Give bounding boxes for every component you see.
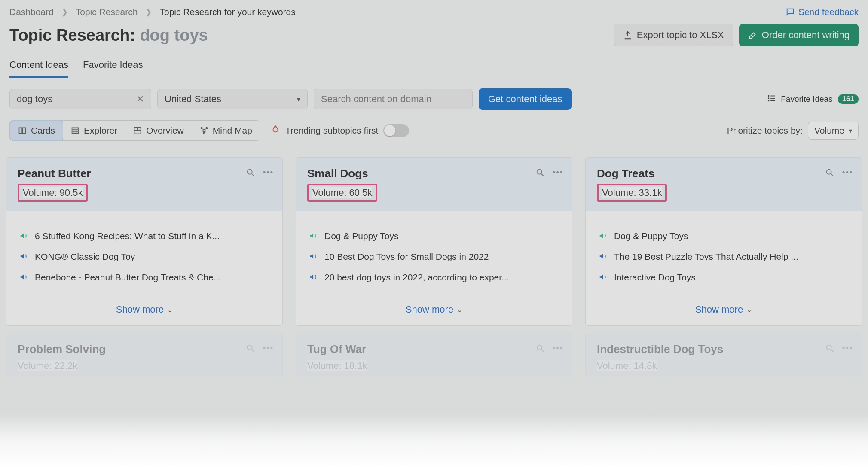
get-content-ideas-button[interactable]: Get content ideas (479, 88, 572, 110)
show-more-link[interactable]: Show more ⌄ (6, 301, 282, 325)
headline-item[interactable]: 6 Stuffed Kong Recipes: What to Stuff in… (19, 231, 271, 241)
chevron-right-icon: ❯ (61, 7, 68, 17)
trending-toggle-row: Trending subtopics first (271, 124, 409, 137)
clear-keyword-icon[interactable]: ✕ (136, 94, 144, 105)
card-title: Indestructible Dog Toys (597, 343, 850, 356)
headline-text: 20 best dog toys in 2022, according to e… (324, 272, 509, 283)
headline-item[interactable]: Interactive Dog Toys (599, 272, 850, 283)
svg-point-24 (248, 345, 252, 350)
explorer-icon (71, 126, 79, 135)
topic-card[interactable]: Indestructible Dog ToysVolume: 14.8k••• (585, 333, 862, 376)
send-feedback-link[interactable]: Send feedback (785, 7, 859, 17)
card-volume: Volume: 18.1k (307, 360, 367, 371)
headline-text: Interactive Dog Toys (614, 272, 696, 283)
crumb-dashboard[interactable]: Dashboard (9, 7, 54, 17)
svg-point-28 (827, 345, 831, 350)
topic-card[interactable]: Peanut ButterVolume: 90.5k•••6 Stuffed K… (6, 157, 283, 326)
headline-text: KONG® Classic Dog Toy (35, 252, 135, 262)
view-overview-button[interactable]: Overview (125, 121, 192, 140)
more-icon[interactable]: ••• (842, 343, 853, 355)
mindmap-icon (200, 126, 208, 135)
prioritize-value: Volume (814, 125, 844, 136)
tab-content-ideas[interactable]: Content Ideas (9, 54, 68, 78)
search-icon[interactable] (246, 168, 255, 179)
svg-rect-11 (134, 128, 138, 131)
megaphone-icon (599, 272, 608, 282)
comment-icon (785, 7, 795, 17)
megaphone-icon (309, 272, 318, 282)
crumb-topic-research[interactable]: Topic Research (76, 7, 138, 17)
view-mindmap-label: Mind Map (213, 125, 252, 136)
export-xlsx-button[interactable]: Export topic to XLSX (614, 24, 733, 46)
svg-line-23 (831, 174, 834, 176)
svg-point-0 (768, 95, 769, 96)
country-value: United States (165, 94, 221, 105)
card-volume: Volume: 14.8k (597, 360, 657, 371)
megaphone-icon (309, 252, 318, 261)
favorite-ideas-link[interactable]: Favorite Ideas 161 (767, 94, 859, 105)
headline-text: Benebone - Peanut Butter Dog Treats & Ch… (35, 272, 221, 283)
headline-item[interactable]: 20 best dog toys in 2022, according to e… (309, 272, 561, 283)
volume-highlight: Volume: 90.5k (18, 184, 88, 202)
headline-item[interactable]: 10 Best Dog Toys for Small Dogs in 2022 (309, 252, 561, 262)
svg-line-21 (541, 174, 544, 176)
topic-card[interactable]: Dog TreatsVolume: 33.1k•••Dog & Puppy To… (585, 157, 862, 326)
card-volume: Volume: 90.5k (23, 187, 83, 198)
headline-item[interactable]: Dog & Puppy Toys (599, 231, 850, 241)
search-icon[interactable] (825, 343, 834, 355)
view-explorer-button[interactable]: Explorer (63, 121, 125, 140)
export-xlsx-label: Export topic to XLSX (637, 30, 724, 41)
megaphone-icon (599, 231, 608, 240)
view-mindmap-button[interactable]: Mind Map (192, 121, 260, 140)
more-icon[interactable]: ••• (842, 168, 853, 179)
page-title: Topic Research: dog toys (9, 26, 208, 45)
svg-point-2 (768, 98, 769, 99)
megaphone-icon (309, 231, 318, 240)
chevron-down-icon: ⌄ (746, 306, 752, 314)
tab-favorite-ideas[interactable]: Favorite Ideas (83, 54, 143, 78)
card-volume: Volume: 33.1k (602, 187, 662, 198)
card-title: Peanut Butter (18, 167, 271, 180)
cards-icon (18, 126, 27, 135)
search-icon[interactable] (825, 168, 834, 179)
topic-card[interactable]: Problem SolvingVolume: 22.2k••• (6, 333, 283, 376)
more-icon[interactable]: ••• (553, 343, 563, 355)
domain-placeholder: Search content on domain (321, 94, 431, 105)
more-icon[interactable]: ••• (263, 343, 274, 355)
headline-item[interactable]: The 19 Best Puzzle Toys That Actually He… (599, 252, 850, 262)
svg-point-14 (201, 128, 202, 129)
headline-item[interactable]: Benebone - Peanut Butter Dog Treats & Ch… (19, 272, 271, 283)
country-select[interactable]: United States ▾ (157, 89, 308, 109)
crumb-current: Topic Research for your keywords (159, 7, 295, 17)
topic-card[interactable]: Tug Of WarVolume: 18.1k••• (296, 333, 572, 376)
page-title-query: dog toys (140, 26, 208, 44)
megaphone-icon (599, 252, 608, 261)
prioritize-select[interactable]: Volume ▾ (808, 122, 859, 140)
volume-highlight: Volume: 33.1k (597, 184, 667, 202)
show-more-link[interactable]: Show more ⌄ (586, 301, 862, 325)
headline-item[interactable]: KONG® Classic Dog Toy (19, 252, 271, 262)
order-content-writing-button[interactable]: Order content writing (739, 24, 859, 46)
keyword-value: dog toys (17, 94, 52, 105)
more-icon[interactable]: ••• (263, 168, 274, 179)
headline-item[interactable]: Dog & Puppy Toys (309, 231, 561, 241)
chevron-right-icon: ❯ (145, 7, 152, 17)
tabs: Content Ideas Favorite Ideas (0, 54, 868, 78)
chevron-down-icon: ▾ (297, 95, 300, 103)
svg-rect-8 (72, 128, 79, 129)
keyword-input[interactable]: dog toys ✕ (9, 89, 151, 109)
chevron-down-icon: ⌄ (457, 306, 462, 314)
search-icon[interactable] (535, 343, 545, 355)
trending-toggle[interactable] (383, 124, 409, 137)
svg-point-16 (203, 132, 205, 134)
view-cards-button[interactable]: Cards (10, 121, 63, 140)
view-overview-label: Overview (146, 125, 184, 136)
topic-card[interactable]: Small DogsVolume: 60.5k•••Dog & Puppy To… (296, 157, 572, 326)
search-icon[interactable] (246, 343, 255, 355)
volume-highlight: Volume: 60.5k (307, 184, 377, 202)
more-icon[interactable]: ••• (553, 168, 563, 179)
domain-search-input[interactable]: Search content on domain (314, 89, 473, 109)
show-more-link[interactable]: Show more ⌄ (296, 301, 572, 325)
search-icon[interactable] (535, 168, 545, 179)
svg-rect-12 (138, 128, 141, 131)
